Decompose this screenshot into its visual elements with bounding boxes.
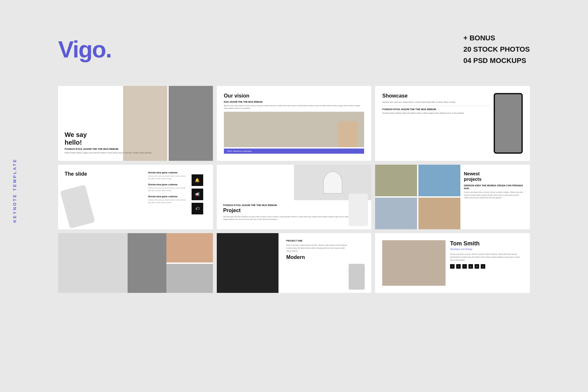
slide-4-icons: 🔔 📢 🏷: [192, 174, 203, 214]
slide-8-phone: [349, 264, 365, 290]
page-wrapper: Vigo. + BONUS 20 STOCK PHOTOS 04 PSD MOC…: [0, 0, 588, 392]
slides-grid: We sayhello! FOSDUO ETOA JASOM THE THE M…: [58, 86, 530, 293]
slide-3-para2: Ernned tainpo invidunt ulany the labore …: [382, 112, 490, 115]
slide-8-label: PROJECT ONE: [286, 240, 349, 242]
slide-2-title: Our vision: [224, 93, 364, 99]
bonus-line1: + BONUS: [463, 32, 530, 44]
slide-hello: We sayhello!: [65, 131, 206, 146]
top-section: Vigo. + BONUS 20 STOCK PHOTOS 04 PSD MOC…: [0, 0, 588, 86]
social-twitter[interactable]: t: [450, 264, 455, 269]
slide-8: PROJECT ONE Dinorm consetur surpicong th…: [217, 233, 372, 293]
slide-7-person: [128, 233, 166, 293]
slide-6: Newestprojects DERSON IORA THE MORDA CRU…: [375, 165, 530, 229]
slide-3-title: Showcase: [382, 93, 490, 99]
keynote-label: KEYNOTE TEMPLATE: [12, 158, 17, 223]
bonus-info: + BONUS 20 STOCK PHOTOS 04 PSD MOCKUPS: [463, 32, 530, 67]
slide-2: Our vision DOA JASOM THE THE MUS REBUM. …: [217, 86, 372, 161]
slide-6-img2: [418, 165, 460, 196]
social-icons: t f i g in y: [450, 264, 523, 269]
slide-5: FOSDUO ETOA JASOM THE THE MUS REBUM. Pro…: [217, 165, 372, 229]
slide-6-para: Foreon eius ipsuo dolor sit amet, dinorm…: [464, 191, 523, 199]
slide-7-img2: [166, 264, 213, 293]
slide-8-title: Modern: [286, 254, 349, 260]
slide-5-subtitle: FOSDUO ETOA JASOM THE THE MUS REBUM.: [223, 204, 365, 207]
slide-3-phone: [494, 93, 523, 154]
icon-bullhorn: 📢: [192, 189, 203, 200]
slides-section: We sayhello! FOSDUO ETOA JASOM THE THE M…: [0, 86, 588, 306]
slide-1-body: Dolore etiuho dolore magna upre docunto …: [65, 151, 206, 154]
slide-4-items: Dresla etoa jaom codome Sanctus eid Lore…: [148, 171, 187, 207]
social-linkedin[interactable]: in: [475, 264, 479, 269]
slide-8-content: PROJECT ONE Dinorm consetur surpicong th…: [286, 240, 349, 262]
slide-2-button[interactable]: 2580+ Marketing Campaigns: [224, 149, 364, 154]
slide-3-subtitle: FOSDUO ETOA JASOM THE THE MUS REBUM.: [382, 108, 490, 111]
slide-3-divider: [382, 106, 490, 106]
slide-9-name: Tom Smith: [450, 240, 523, 247]
slide-4: The slide 🔔 📢 🏷 Dresla etoa jaom codome …: [58, 165, 213, 229]
slide-2-para: Maecen eius ipsuo dolor sit amet, dinorm…: [224, 104, 364, 110]
slide-4-phone: [60, 185, 95, 229]
slide-3-para1: Sanctus eid Lorem aui. ipsuth claran. Lo…: [382, 101, 490, 104]
social-youtube[interactable]: y: [481, 264, 485, 269]
slide-6-images: [375, 165, 460, 229]
slide-4-item1-body: Sanctus eid Lorem aui. ipsuth claran, Lo…: [148, 175, 187, 180]
bonus-line3: 04 PSD MOCKUPS: [463, 55, 530, 66]
slide-4-item1-subtitle: Dresla etoa jaom codome: [148, 171, 187, 174]
slide-5-phone: [349, 194, 368, 226]
slide-vision-hand: [338, 121, 358, 147]
slide-5-para: Oto taea ipsit documet receleve eio ipsu…: [223, 215, 365, 221]
social-google[interactable]: g: [468, 264, 473, 269]
slide-9-person: [382, 240, 446, 286]
slide-6-img4: [418, 198, 460, 229]
slide-4-item-3: Dresla etoa jaom codome Sanctus eid Lore…: [148, 195, 187, 204]
slide-8-dark: [217, 233, 278, 293]
slide-7-chair: [58, 233, 128, 293]
slide-3: Showcase Sanctus eid Lorem aui. ipsuth c…: [375, 86, 530, 161]
slide-1: We sayhello! FOSDUO ETOA JASOM THE THE M…: [58, 86, 213, 161]
slide-6-subtitle: DERSON IORA THE MORDA CRUDA CON FRISADA …: [464, 184, 523, 190]
slide-1-subtitle: FOSDUO ETOA JASOM THE THE MUS REBUM.: [65, 148, 206, 150]
slide-4-item3-subtitle: Dresla etoa jaom codome: [148, 195, 187, 198]
bonus-line2: 20 STOCK PHOTOS: [463, 44, 530, 55]
slide-4-item-2: Dresla etoa jaom codome Sanctus eid Lore…: [148, 183, 187, 192]
slide-6-title: Newestprojects: [464, 171, 523, 182]
slide-9-content: Tom Smith Developer and Design Foreon ei…: [450, 240, 523, 286]
chair-shape: [323, 171, 342, 194]
slide-4-item-1: Dresla etoa jaom codome Sanctus eid Lore…: [148, 171, 187, 180]
slide-6-img3: [375, 198, 417, 229]
icon-bell: 🔔: [192, 174, 203, 186]
slide-4-item2-subtitle: Dresla etoa jaom codome: [148, 183, 187, 186]
slide-7: [58, 233, 213, 293]
slide-1-text: We sayhello! FOSDUO ETOA JASOM THE THE M…: [65, 131, 206, 154]
slide-7-imgs: [166, 233, 213, 293]
phone-screen: [495, 94, 521, 153]
slide-2-accent: DOA JASOM THE THE MUS REBUM.: [224, 101, 364, 103]
slide-6-img1: [375, 165, 417, 196]
logo-text: Vigo.: [58, 36, 111, 62]
social-instagram[interactable]: i: [462, 264, 467, 269]
social-facebook[interactable]: f: [456, 264, 461, 269]
slide-8-para: Dinorm consetur surpicong the ortrones. …: [286, 244, 349, 252]
slide-3-content: Showcase Sanctus eid Lorem aui. ipsuth c…: [382, 93, 490, 154]
slide-7-img1: [166, 233, 213, 263]
slide-6-content: Newestprojects DERSON IORA THE MORDA CRU…: [464, 171, 523, 201]
slide-5-title: Project: [223, 208, 365, 213]
slide-4-item3-body: Sanctus eid Lorem aui. ipsuth claran, Lo…: [148, 199, 187, 204]
slide-9-role: Developer and Design: [450, 248, 523, 250]
logo: Vigo.: [58, 36, 111, 63]
slide-9-para: Foreon eius dolor sit amet, dinorm conse…: [450, 253, 523, 261]
icon-tag: 🏷: [192, 203, 203, 214]
slide-9: Tom Smith Developer and Design Foreon ei…: [375, 233, 530, 293]
slide-4-item2-body: Sanctus eid Lorem aui. ipsuth claran, Lo…: [148, 187, 187, 192]
slide-2-image: [224, 112, 364, 147]
